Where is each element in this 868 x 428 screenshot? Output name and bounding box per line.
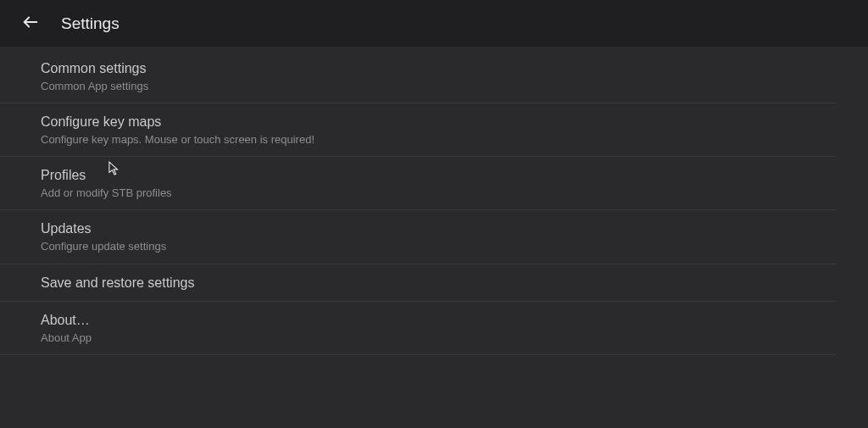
row-subtitle: Configure update settings — [41, 239, 836, 254]
row-subtitle: Common App settings — [41, 79, 836, 94]
settings-row-about[interactable]: About… About App — [0, 302, 836, 355]
row-title: Common settings — [41, 59, 836, 78]
header-bar: Settings — [0, 0, 868, 47]
row-title: About… — [41, 311, 836, 330]
settings-list: Common settings Common App settings Conf… — [0, 47, 868, 355]
row-subtitle: About App — [41, 331, 836, 346]
row-title: Profiles — [41, 166, 836, 185]
row-subtitle: Add or modify STB profiles — [41, 186, 836, 201]
row-title: Save and restore settings — [41, 274, 836, 292]
settings-row-updates[interactable]: Updates Configure update settings — [0, 210, 836, 264]
back-button[interactable] — [15, 8, 46, 39]
row-title: Configure key maps — [41, 113, 836, 131]
settings-row-save-and-restore[interactable]: Save and restore settings — [0, 264, 836, 303]
settings-row-configure-key-maps[interactable]: Configure key maps Configure key maps. M… — [0, 103, 836, 157]
settings-row-common-settings[interactable]: Common settings Common App settings — [0, 50, 836, 103]
row-title: Updates — [41, 220, 836, 238]
arrow-left-icon — [21, 13, 40, 35]
settings-row-profiles[interactable]: Profiles Add or modify STB profiles — [0, 157, 836, 210]
page-title: Settings — [61, 14, 120, 33]
row-subtitle: Configure key maps. Mouse or touch scree… — [41, 132, 836, 147]
